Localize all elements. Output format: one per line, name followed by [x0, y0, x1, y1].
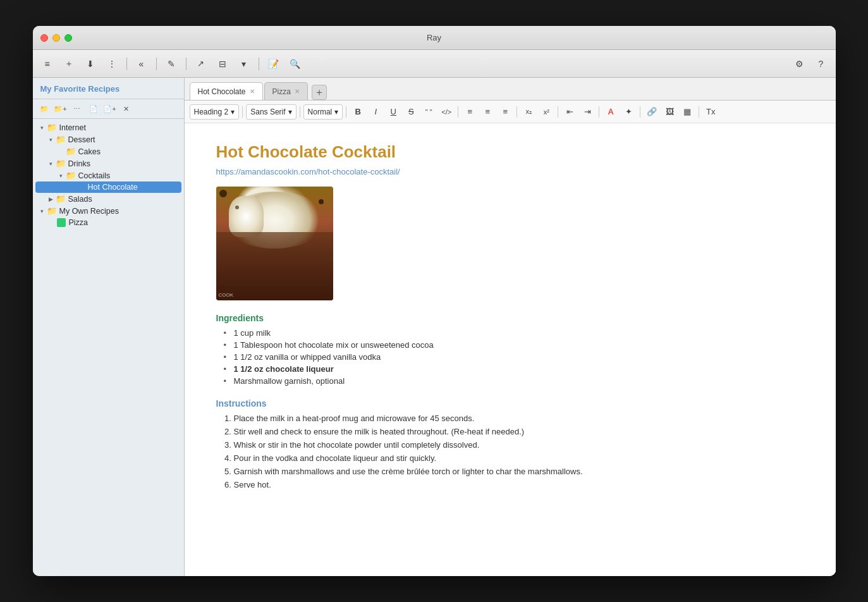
font-select-arrow: ▾ [288, 108, 292, 116]
image-watermark: COOK [219, 292, 234, 298]
import-button[interactable]: ⬇ [81, 55, 100, 73]
view-dropdown-button[interactable]: ▾ [235, 55, 254, 73]
quote-button[interactable]: " " [420, 104, 437, 120]
document-image: COOK [216, 187, 333, 300]
search-button[interactable]: 🔍 [286, 55, 305, 73]
tab-close-hot-chocolate[interactable]: ✕ [250, 88, 255, 95]
font-select[interactable]: Sans Serif ▾ [246, 104, 296, 120]
ordered-list-button[interactable]: ≡ [462, 104, 478, 120]
link-button[interactable]: 🔗 [644, 104, 660, 120]
clear-format-button[interactable]: Tx [702, 104, 719, 120]
text-color-button[interactable]: A [602, 104, 619, 120]
ingredient-5: Marshmallow garnish, optional [226, 376, 804, 386]
subscript-button[interactable]: x₂ [520, 104, 537, 120]
sidebar-label-cocktails: Cocktails [78, 171, 111, 180]
image-content [216, 187, 333, 300]
instruction-5: Garnish with marshmallows and use the cr… [234, 467, 804, 476]
add-tab-button[interactable]: ＋ [312, 85, 327, 100]
sidebar-item-my-own-recipes[interactable]: ▾ 📁 My Own Recipes [35, 205, 181, 217]
sidebar-label-salads: Salads [68, 195, 92, 204]
bold-button[interactable]: B [350, 104, 366, 120]
preferences-button[interactable]: ⚙ [790, 55, 809, 73]
sidebar-header: My Favorite Recipes [33, 78, 184, 99]
tab-close-pizza[interactable]: ✕ [295, 88, 300, 95]
instruction-3: Whisk or stir in the hot chocolate powde… [234, 440, 804, 450]
editor[interactable]: Hot Chocolate Cocktail https://amandasco… [185, 123, 836, 576]
code-button[interactable]: </> [438, 104, 455, 120]
main-area: My Favorite Recipes 📁 📁+ ⋯ 📄 📄+ ✕ ▾ 📁 In… [33, 78, 836, 576]
new-subfolder-button[interactable]: 📁+ [53, 102, 68, 116]
tab-label-hot-chocolate: Hot Chocolate [198, 87, 246, 96]
sidebar-label-internet: Internet [59, 123, 86, 132]
heading-select-arrow: ▾ [231, 108, 235, 116]
close-sidebar-button[interactable]: ✕ [119, 102, 134, 116]
note-options-button[interactable]: 📄+ [102, 102, 118, 116]
sidebar-label-my-own: My Own Recipes [59, 207, 119, 216]
toggle-salads[interactable]: ▶ [47, 196, 56, 202]
sidebar-item-dessert[interactable]: ▾ 📁 Dessert [35, 133, 181, 145]
titlebar: Ray [33, 26, 836, 50]
superscript-button[interactable]: x² [538, 104, 554, 120]
close-button[interactable] [40, 34, 48, 42]
fmt-sep-3 [346, 106, 346, 118]
fmt-sep-5 [517, 106, 517, 118]
quick-note-button[interactable]: 📝 [264, 55, 283, 73]
indent-button[interactable]: ≡ [497, 104, 513, 120]
sidebar-item-internet[interactable]: ▾ 📁 Internet [35, 121, 181, 133]
maximize-button[interactable] [64, 34, 72, 42]
sidebar-toggle-button[interactable]: ≡ [38, 55, 57, 73]
back-button[interactable]: « [132, 55, 151, 73]
heading-select[interactable]: Heading 2 ▾ [190, 104, 240, 120]
fmt-sep-7 [599, 106, 599, 118]
sidebar-item-cakes[interactable]: 📁 Cakes [35, 145, 181, 157]
sidebar-label-dessert: Dessert [68, 135, 95, 144]
new-note-sidebar-button[interactable]: 📄 [86, 102, 101, 116]
fmt-sep-8 [640, 106, 640, 118]
unordered-list-button[interactable]: ≡ [479, 104, 496, 120]
app-window: Ray ≡ ＋ ⬇ ⋮ « ✎ ↗ ⊟ ▾ 📝 🔍 ⚙ ? My Favorit… [33, 26, 836, 576]
table-button[interactable]: ▦ [679, 104, 695, 120]
share-button[interactable]: ↗ [192, 55, 211, 73]
separator-3 [186, 58, 186, 70]
new-note-button[interactable]: ＋ [59, 55, 78, 73]
tab-hot-chocolate[interactable]: Hot Chocolate ✕ [190, 82, 263, 100]
ingredient-3: 1 1/2 oz vanilla or whipped vanilla vodk… [226, 352, 804, 362]
more-options-button[interactable]: ⋮ [102, 55, 121, 73]
document-title: Hot Chocolate Cocktail [216, 142, 804, 162]
size-select-arrow: ▾ [334, 108, 338, 116]
highlight-button[interactable]: ✦ [620, 104, 637, 120]
image-button[interactable]: 🖼 [661, 104, 678, 120]
sidebar-item-hot-chocolate[interactable]: Hot Chocolate [35, 181, 181, 193]
tabs-bar: Hot Chocolate ✕ Pizza ✕ ＋ [185, 78, 836, 101]
new-folder-button[interactable]: 📁 [37, 102, 52, 116]
edit-button[interactable]: ✎ [162, 55, 181, 73]
toggle-drinks[interactable]: ▾ [47, 161, 56, 167]
strikethrough-button[interactable]: S [403, 104, 419, 120]
instructions-list: Place the milk in a heat-proof mug and m… [216, 414, 804, 489]
help-button[interactable]: ? [812, 55, 831, 73]
folder-options-button[interactable]: ⋯ [70, 102, 85, 116]
size-select[interactable]: Normal ▾ [303, 104, 343, 120]
sidebar-item-cocktails[interactable]: ▾ 📁 Cocktails [35, 169, 181, 181]
underline-button[interactable]: U [385, 104, 401, 120]
italic-button[interactable]: I [367, 104, 384, 120]
outdent-button[interactable]: ⇤ [561, 104, 578, 120]
view-toggle-button[interactable]: ⊟ [213, 55, 232, 73]
sidebar-label-hot-chocolate: Hot Chocolate [88, 183, 138, 192]
sidebar-item-pizza[interactable]: Pizza [35, 217, 181, 228]
sidebar-item-salads[interactable]: ▶ 📁 Salads [35, 193, 181, 205]
indent2-button[interactable]: ⇥ [579, 104, 596, 120]
sidebar-item-drinks[interactable]: ▾ 📁 Drinks [35, 157, 181, 169]
toggle-cocktails[interactable]: ▾ [57, 173, 66, 179]
ingredient-1: 1 cup milk [226, 328, 804, 338]
ingredients-heading: Ingredients [216, 313, 804, 323]
toggle-internet[interactable]: ▾ [38, 125, 47, 131]
toggle-dessert[interactable]: ▾ [47, 137, 56, 143]
sidebar-label-drinks: Drinks [68, 159, 90, 168]
toggle-my-own[interactable]: ▾ [38, 208, 47, 214]
minimize-button[interactable] [52, 34, 60, 42]
document-url[interactable]: https://amandascookin.com/hot-chocolate-… [216, 167, 804, 176]
content-area: Hot Chocolate ✕ Pizza ✕ ＋ Heading 2 ▾ Sa… [185, 78, 836, 576]
tab-pizza[interactable]: Pizza ✕ [264, 82, 308, 100]
instruction-2: Stir well and check to ensure the milk i… [234, 427, 804, 436]
